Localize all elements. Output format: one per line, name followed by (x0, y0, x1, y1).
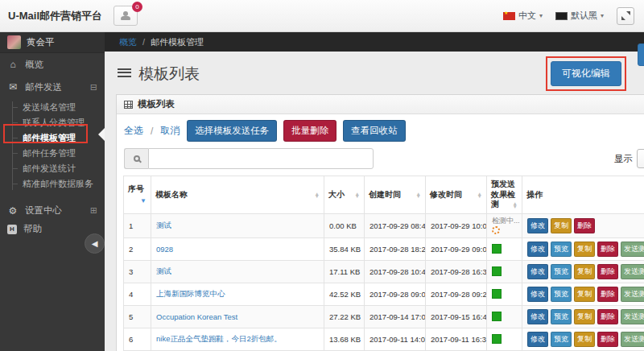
batch-delete-button[interactable]: 批量删除 (283, 120, 336, 142)
column-header-label: 修改时间 (430, 190, 462, 199)
panel-title: 模板列表 (138, 98, 175, 110)
sidebar-item-gear[interactable]: ⚙设置中心⊞ (0, 201, 105, 220)
sidebar-item-label: 帮助 (23, 223, 97, 235)
delete-button[interactable]: 删除 (574, 218, 595, 233)
status-cell (487, 283, 522, 306)
status-cell (487, 261, 522, 283)
edit-button[interactable]: 修改 (527, 264, 548, 279)
copy-button[interactable]: 复制 (574, 287, 595, 302)
copy-button[interactable]: 复制 (574, 309, 595, 324)
deselect-link[interactable]: 取消 (160, 124, 180, 138)
sidebar-user[interactable]: 黄会平 (0, 32, 105, 53)
breadcrumb-parent[interactable]: 概览 (119, 36, 137, 48)
status-checking: 检测中... (492, 217, 517, 235)
template-name-link[interactable]: nike正品全气垫跑鞋，今日2折包邮。 (156, 334, 282, 343)
status-ok-indicator (492, 266, 502, 276)
copy-button[interactable]: 复制 (574, 332, 595, 347)
theme-selector[interactable]: 默认黑 ▾ (555, 10, 604, 22)
size-cell: 0.00 KB (324, 213, 365, 238)
sidebar-subitem[interactable]: 精准邮件数据服务 (0, 176, 105, 192)
preview-button[interactable]: 预览 (551, 309, 572, 324)
china-flag-icon (503, 12, 515, 20)
preview-button[interactable]: 预览 (551, 264, 572, 279)
sidebar-subitem[interactable]: 邮件任务管理 (0, 146, 105, 161)
delete-button[interactable]: 删除 (597, 332, 618, 347)
search-addon (124, 148, 148, 169)
toolbar: 全选 / 取消 选择模板发送任务批量删除查看回收站 (117, 114, 644, 147)
copy-button[interactable]: 复制 (574, 264, 595, 279)
page-size-select[interactable] (637, 149, 644, 168)
sidebar-subitem[interactable]: 邮件模板管理 (0, 130, 105, 146)
template-name-link[interactable]: 上海新国际博览中心 (156, 289, 225, 298)
view-recycle-bin-button[interactable]: 查看回收站 (343, 120, 406, 142)
collapse-square-icon: ⊟ (90, 82, 97, 93)
delete-button[interactable]: 删除 (597, 242, 618, 257)
template-name-link[interactable]: 测试 (156, 221, 171, 229)
edit-button[interactable]: 修改 (527, 242, 548, 257)
created-time-cell: 2017-09-14 17:09 (365, 306, 426, 328)
column-header[interactable]: 预发送效果检测▲▼ (487, 176, 522, 214)
column-header[interactable]: 修改时间▲▼ (426, 176, 487, 214)
fullscreen-button[interactable] (617, 7, 634, 25)
sidebar-subitem[interactable]: 联系人分类管理 (0, 115, 105, 130)
sidebar-collapse-button[interactable]: ◀ (85, 233, 105, 254)
page-title: 模板列表 (138, 64, 200, 85)
column-header[interactable]: 创建时间▲▼ (365, 176, 426, 214)
size-cell: 13.68 KB (324, 328, 365, 351)
search-group (124, 148, 374, 169)
user-messages-button[interactable]: 0 (114, 6, 138, 26)
edit-button[interactable]: 修改 (527, 309, 548, 324)
column-header[interactable]: 序号▼ (124, 176, 151, 214)
sidebar-item-label: 邮件发送 (25, 81, 84, 93)
send-test-button[interactable]: 发送测试 (621, 332, 644, 347)
send-test-button[interactable]: 发送测试 (621, 287, 644, 302)
actions-cell: 修改预览复制删除发送测试测试 (522, 328, 644, 351)
visual-edit-button[interactable]: 可视化编辑 (551, 61, 621, 86)
breadcrumb-current: 邮件模板管理 (151, 36, 204, 48)
column-header[interactable]: 操作 (522, 176, 644, 214)
main-content: 概览 / 邮件模板管理 模板列表 可视化编辑 模板列表 全选 / 取消 选择模板… (105, 32, 644, 351)
preview-button[interactable]: 预览 (551, 287, 572, 302)
checking-spinner-icon (492, 226, 500, 234)
delete-button[interactable]: 删除 (597, 264, 618, 279)
clipped-button-edge[interactable] (638, 43, 644, 66)
copy-button[interactable]: 复制 (551, 218, 572, 233)
edit-button[interactable]: 修改 (527, 332, 548, 347)
user-name: 黄会平 (27, 36, 55, 48)
table-row: 5Occupation Korean Test27.22 KB2017-09-1… (124, 306, 644, 328)
row-number-cell: 2 (124, 238, 151, 261)
column-header[interactable]: 模板名称▲▼ (151, 176, 324, 214)
sidebar-item-home[interactable]: ⌂概览 (0, 53, 105, 76)
modified-time-cell: 2017-09-29 10:03 (426, 213, 487, 238)
language-selector[interactable]: 中文 ▾ (503, 10, 543, 22)
send-test-button[interactable]: 发送测试 (621, 309, 644, 324)
edit-button[interactable]: 修改 (527, 287, 548, 302)
preview-button[interactable]: 预览 (551, 332, 572, 347)
sidebar-item-mail[interactable]: ✉邮件发送⊟ (0, 76, 105, 98)
table-header-row: 序号▼模板名称▲▼大小▲▼创建时间▲▼修改时间▲▼预发送效果检测▲▼操作 (124, 176, 644, 214)
search-input[interactable] (148, 148, 374, 169)
preview-button[interactable]: 预览 (551, 242, 572, 257)
delete-button[interactable]: 删除 (597, 287, 618, 302)
row-number-cell: 5 (124, 306, 151, 328)
template-table: 序号▼模板名称▲▼大小▲▼创建时间▲▼修改时间▲▼预发送效果检测▲▼操作 1测试… (123, 176, 644, 351)
send-test-button[interactable]: 发送测试 (621, 242, 644, 257)
created-time-cell: 2017-09-29 08:43 (365, 213, 426, 238)
select-all-link[interactable]: 全选 (124, 124, 143, 138)
select-template-send-task-button[interactable]: 选择模板发送任务 (187, 120, 277, 142)
sidebar-subitem[interactable]: 邮件发送统计 (0, 161, 105, 176)
theme-label: 默认黑 (571, 10, 597, 22)
sidebar-subitem[interactable]: 发送域名管理 (0, 100, 105, 115)
template-name-link[interactable]: 0928 (156, 245, 173, 254)
active-item-notch (98, 128, 105, 141)
copy-button[interactable]: 复制 (574, 242, 595, 257)
template-name-link[interactable]: 测试 (156, 266, 171, 275)
edit-button[interactable]: 修改 (527, 218, 548, 233)
send-test-button[interactable]: 发送测试 (621, 264, 644, 279)
column-header[interactable]: 大小▲▼ (324, 176, 365, 214)
table-body: 1测试0.00 KB2017-09-29 08:432017-09-29 10:… (124, 213, 644, 351)
language-label: 中文 (518, 10, 536, 22)
template-name-link[interactable]: Occupation Korean Test (156, 312, 237, 321)
row-number-cell: 1 (124, 213, 151, 238)
delete-button[interactable]: 删除 (597, 309, 618, 324)
